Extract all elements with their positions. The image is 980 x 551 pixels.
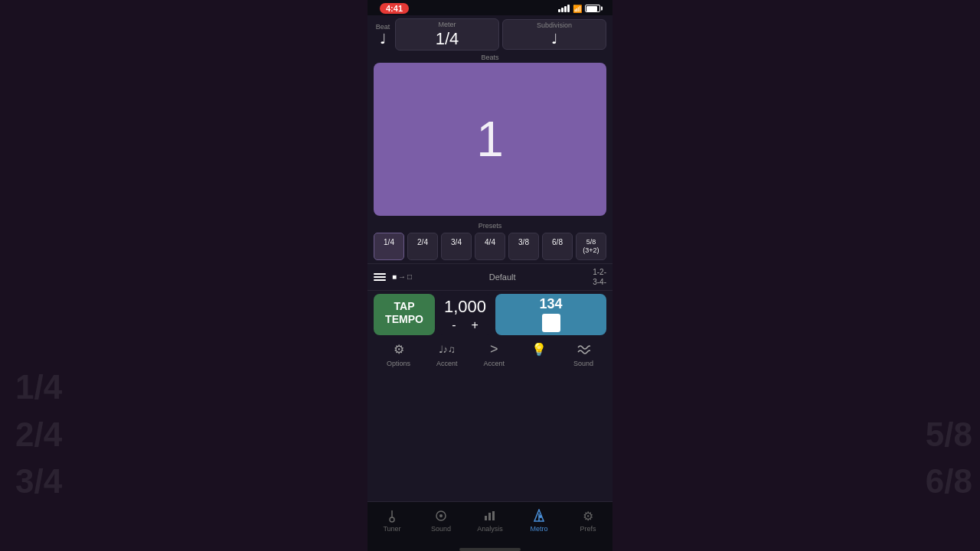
light-icon: 💡 — [531, 341, 547, 358]
accent-icon: ♩♪♫ — [439, 341, 456, 358]
meter-label: Meter — [438, 21, 456, 28]
subdivision-label: Subdivision — [537, 21, 572, 29]
status-icons: 📶 — [558, 5, 600, 13]
beats-label: Beats — [374, 54, 606, 61]
tab-analysis[interactable]: Analysis — [466, 505, 514, 536]
pattern-row: ■ → □ Default 1-2- 3-4- — [368, 263, 612, 291]
accent-mark-label: Accent — [483, 360, 505, 367]
bpm-display: 134 — [540, 296, 563, 312]
accent-mark-icon: > — [485, 341, 502, 358]
presets-section: Presets 1/4 2/4 3/4 4/4 3/8 6/8 5/8(3+2) — [368, 219, 612, 263]
phone-frame: 4:41 📶 Beat ♩ Meter 1/4 — [368, 0, 612, 551]
tempo-value: 1,000 — [444, 297, 486, 317]
accent-label: Accent — [436, 360, 458, 367]
preset-3-4[interactable]: 3/4 — [441, 233, 472, 260]
status-time: 4:41 — [380, 3, 409, 14]
play-stop-section[interactable]: 134 — [495, 294, 606, 335]
svg-rect-4 — [485, 516, 487, 520]
svg-point-3 — [439, 514, 443, 517]
battery-icon — [585, 5, 600, 12]
pattern-icons — [374, 273, 386, 281]
beat-note: ♩ — [380, 32, 386, 46]
beats-display[interactable]: 1 — [374, 63, 606, 216]
home-indicator — [459, 548, 521, 551]
tempo-increment-button[interactable]: + — [469, 318, 482, 332]
prefs-label: Prefs — [580, 525, 596, 533]
tap-tempo-button[interactable]: TAP TEMPO — [374, 294, 435, 335]
accent-arrow-button[interactable]: > Accent — [483, 341, 505, 367]
tuner-label: Tuner — [383, 525, 400, 533]
preset-3-8[interactable]: 3/8 — [508, 233, 539, 260]
status-bar: 4:41 📶 — [368, 0, 612, 15]
options-label: Options — [387, 360, 410, 367]
app-content: Beat ♩ Meter 1/4 Subdivision ♩ Beats 1 P… — [368, 15, 612, 501]
count-display: 1-2- 3-4- — [593, 267, 606, 287]
metro-icon — [530, 508, 548, 523]
meter-box[interactable]: Meter 1/4 — [395, 18, 499, 51]
svg-rect-6 — [492, 511, 495, 520]
svg-point-9 — [539, 515, 542, 518]
gear-icon: ⚙ — [390, 341, 407, 358]
bottom-controls: TAP TEMPO 1,000 - + 134 — [368, 291, 612, 338]
metro-label: Metro — [530, 525, 547, 533]
analysis-icon — [481, 508, 499, 523]
tempo-counter: 1,000 - + — [438, 294, 492, 335]
beat-number: 1 — [476, 111, 504, 168]
sound-options-label: Sound — [573, 360, 593, 367]
subdivision-note: ♩ — [551, 31, 557, 47]
beat-label: Beat — [376, 23, 390, 31]
wifi-icon: 📶 — [573, 5, 582, 13]
presets-row: 1/4 2/4 3/4 4/4 3/8 6/8 5/8(3+2) — [374, 233, 606, 260]
tab-bar: Tuner Sound Analysis — [368, 501, 612, 545]
beats-section: Beats 1 — [368, 54, 612, 219]
presets-label: Presets — [374, 222, 606, 230]
bg-left: 1/4 2/4 3/4 — [0, 0, 368, 551]
stop-button[interactable] — [542, 314, 560, 332]
bg-right: 5/86/8 — [612, 0, 980, 551]
tab-metro[interactable]: Metro — [514, 505, 564, 536]
tempo-buttons: - + — [449, 318, 482, 332]
sound-options-button[interactable]: Sound — [573, 341, 593, 367]
preset-2-4[interactable]: 2/4 — [407, 233, 438, 260]
options-button[interactable]: ⚙ Options — [387, 341, 410, 367]
tab-sound[interactable]: Sound — [416, 505, 466, 536]
tuner-icon — [383, 508, 401, 523]
svg-rect-5 — [488, 513, 491, 520]
preset-6-8[interactable]: 6/8 — [542, 233, 573, 260]
top-controls: Beat ♩ Meter 1/4 Subdivision ♩ — [368, 15, 612, 54]
preset-4-4[interactable]: 4/4 — [475, 233, 505, 260]
prefs-icon: ⚙ — [579, 508, 597, 523]
signal-bars — [558, 5, 570, 12]
tempo-decrement-button[interactable]: - — [449, 318, 459, 332]
quick-options: ⚙ Options ♩♪♫ Accent > Accent 💡 — [368, 338, 612, 369]
preset-5-8[interactable]: 5/8(3+2) — [576, 233, 606, 260]
analysis-label: Analysis — [477, 525, 503, 533]
beat-section: Beat ♩ — [374, 23, 392, 46]
bg-watermark-left: 1/4 2/4 3/4 — [15, 364, 90, 505]
pattern-squares[interactable]: ■ → □ — [392, 272, 412, 281]
pattern-default: Default — [418, 272, 586, 282]
preset-1-4[interactable]: 1/4 — [374, 233, 404, 260]
accent-button[interactable]: ♩♪♫ Accent — [436, 341, 458, 367]
tab-tuner[interactable]: Tuner — [368, 505, 416, 536]
meter-value: 1/4 — [436, 30, 459, 48]
bg-watermark-right: 5/86/8 — [926, 411, 972, 505]
sound-wave-icon — [575, 341, 592, 358]
list-icon[interactable] — [374, 273, 386, 281]
sound-label: Sound — [431, 525, 451, 533]
subdivision-box[interactable]: Subdivision ♩ — [502, 19, 606, 50]
tab-prefs[interactable]: ⚙ Prefs — [564, 505, 612, 536]
light-button[interactable]: 💡 — [531, 341, 547, 367]
sound-tab-icon — [432, 508, 450, 523]
